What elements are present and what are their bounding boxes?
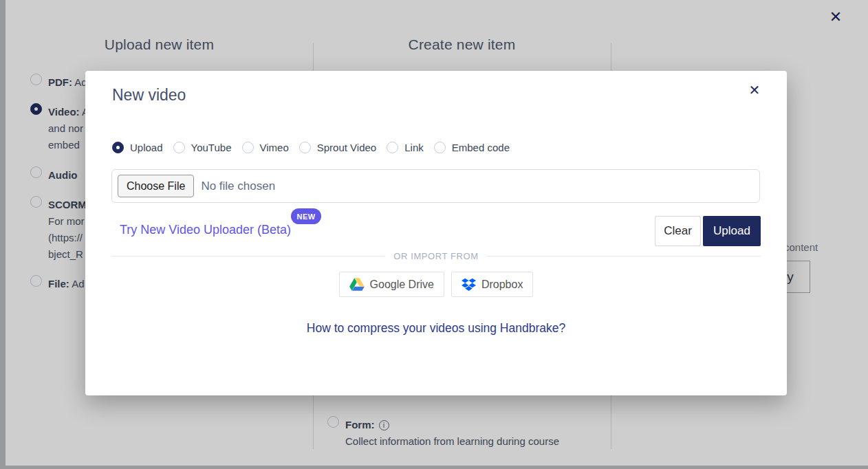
- radio-label: Embed code: [452, 142, 510, 153]
- clear-button[interactable]: Clear: [655, 216, 701, 246]
- upload-button[interactable]: Upload: [703, 216, 761, 246]
- dropbox-icon: [462, 278, 476, 291]
- import-buttons: Google Drive Dropbox: [85, 272, 787, 297]
- radio-label: Upload: [130, 142, 163, 153]
- new-badge: NEW: [291, 208, 321, 224]
- radio-circle-selected: [112, 142, 124, 153]
- video-source-radios: Upload YouTube Vimeo Sprout Video Link E…: [112, 142, 520, 153]
- radio-label: YouTube: [191, 142, 232, 153]
- radio-embed-code[interactable]: Embed code: [434, 142, 510, 153]
- radio-circle: [299, 142, 311, 153]
- choose-file-button[interactable]: Choose File: [118, 175, 194, 197]
- radio-label: Vimeo: [260, 142, 289, 153]
- radio-label: Sprout Video: [317, 142, 376, 153]
- radio-circle: [387, 142, 398, 153]
- new-video-modal: New video ✕ Upload YouTube Vimeo Sprout …: [85, 71, 787, 395]
- import-button-label: Google Drive: [370, 279, 434, 291]
- modal-title: New video: [112, 86, 186, 105]
- radio-circle: [434, 142, 446, 153]
- divider-line: [111, 256, 385, 257]
- modal-close-icon[interactable]: ✕: [744, 80, 765, 100]
- radio-upload[interactable]: Upload: [112, 142, 163, 153]
- file-chosen-status: No file chosen: [201, 179, 275, 193]
- try-new-uploader-link[interactable]: Try New Video Uploader (Beta): [120, 223, 291, 237]
- google-drive-icon: [349, 278, 365, 291]
- import-divider: OR IMPORT FROM: [111, 251, 761, 261]
- file-input[interactable]: Choose File No file chosen: [111, 169, 760, 203]
- radio-sprout-video[interactable]: Sprout Video: [299, 142, 376, 153]
- import-button-label: Dropbox: [481, 279, 523, 291]
- radio-link[interactable]: Link: [387, 142, 424, 153]
- radio-label: Link: [404, 142, 424, 153]
- dropbox-button[interactable]: Dropbox: [451, 272, 533, 297]
- radio-circle: [242, 142, 254, 153]
- divider-line: [487, 256, 761, 257]
- radio-circle: [173, 142, 185, 153]
- radio-vimeo[interactable]: Vimeo: [242, 142, 289, 153]
- google-drive-button[interactable]: Google Drive: [339, 272, 444, 297]
- radio-youtube[interactable]: YouTube: [173, 142, 232, 153]
- handbrake-help-link[interactable]: How to compress your videos using Handbr…: [85, 321, 787, 336]
- divider-label: OR IMPORT FROM: [385, 251, 486, 261]
